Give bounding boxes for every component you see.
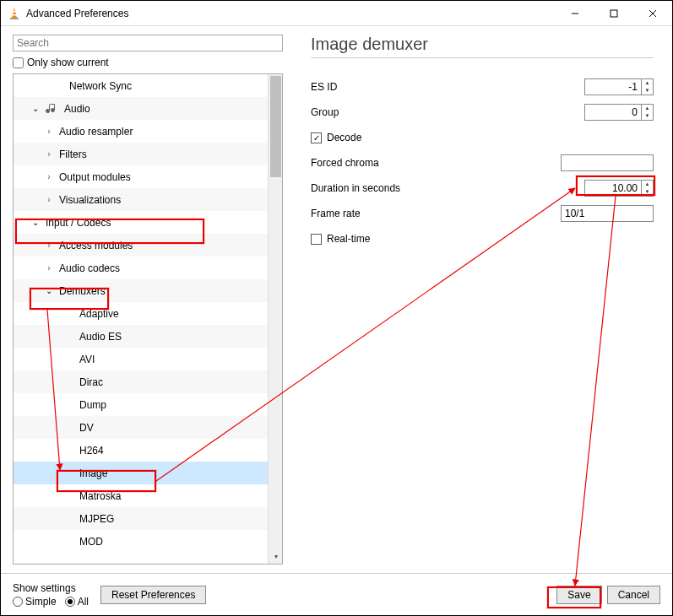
tree-item-label: Access modules <box>59 240 133 251</box>
tree-item-label: H264 <box>79 445 104 457</box>
tree-item-label: Dump <box>79 399 106 411</box>
tree-item-label: MOD <box>79 536 103 548</box>
svg-marker-0 <box>12 8 17 18</box>
tree-scrollbar[interactable]: ▴ ▾ <box>268 74 282 564</box>
es-id-value[interactable] <box>585 79 641 95</box>
search-input[interactable] <box>13 35 283 51</box>
settings-detail-panel: Image demuxer ES ID ▲▼ Group ▲▼ ✓ Decode… <box>292 26 672 573</box>
tree-item-access-modules[interactable]: ›Access modules <box>14 234 282 257</box>
only-show-current-label: Only show current <box>27 57 109 68</box>
only-show-current-box[interactable] <box>13 57 24 68</box>
section-title: Image demuxer <box>311 35 654 54</box>
realtime-checkbox[interactable]: Real-time <box>311 233 370 245</box>
scroll-down-icon[interactable]: ▾ <box>269 549 283 564</box>
field-decode: ✓ Decode <box>311 129 654 146</box>
realtime-label: Real-time <box>327 233 370 245</box>
realtime-check-icon <box>311 234 322 245</box>
es-id-input[interactable]: ▲▼ <box>584 78 654 95</box>
section-divider <box>311 57 654 58</box>
chevron-right-icon: › <box>44 149 54 159</box>
es-id-spinner[interactable]: ▲▼ <box>641 79 653 95</box>
tree-item-label: Matroska <box>79 490 121 502</box>
group-value[interactable] <box>585 105 641 120</box>
tree-item-avi[interactable]: AVI <box>14 348 282 370</box>
maximize-button[interactable] <box>594 1 633 26</box>
tree-item-label: Visualizations <box>59 194 121 206</box>
tree-item-filters[interactable]: ›Filters <box>14 143 282 165</box>
cancel-button[interactable]: Cancel <box>607 586 660 604</box>
svg-rect-3 <box>12 14 16 16</box>
tree-item-label: Audio codecs <box>59 262 120 274</box>
tree-item-mjpeg[interactable]: MJPEG <box>14 507 282 530</box>
close-button[interactable] <box>633 1 672 26</box>
tree-item-label: Audio ES <box>79 331 122 343</box>
tree-item-demuxers[interactable]: ⌄Demuxers <box>14 279 282 302</box>
tree-item-audio[interactable]: ⌄Audio <box>14 97 282 120</box>
chevron-right-icon: › <box>44 195 54 204</box>
decode-label: Decode <box>327 132 361 143</box>
tree-item-label: Demuxers <box>59 285 106 297</box>
radio-all[interactable]: All <box>65 596 89 608</box>
es-id-label: ES ID <box>311 81 480 93</box>
group-label: Group <box>311 106 480 118</box>
tree-item-dump[interactable]: Dump <box>14 393 282 416</box>
tree-item-network-sync[interactable]: Network Sync <box>14 74 282 97</box>
field-realtime: Real-time <box>311 230 654 247</box>
tree-item-audio-resampler[interactable]: ›Audio resampler <box>14 120 282 143</box>
chevron-right-icon: › <box>44 127 54 136</box>
field-es-id: ES ID ▲▼ <box>311 78 654 95</box>
tree-item-h264[interactable]: H264 <box>14 439 282 462</box>
chevron-right-icon: › <box>44 240 54 250</box>
tree-item-input-codecs[interactable]: ⌄Input / Codecs <box>14 211 282 234</box>
tree-item-output-modules[interactable]: ›Output modules <box>14 165 282 188</box>
duration-spinner[interactable]: ▲▼ <box>641 181 653 196</box>
left-panel: Only show current Network Sync⌄Audio›Aud… <box>1 26 292 573</box>
svg-rect-5 <box>611 10 617 17</box>
tree-item-label: Dirac <box>79 376 103 388</box>
duration-input[interactable]: ▲▼ <box>584 180 654 197</box>
duration-value[interactable] <box>585 181 641 196</box>
frame-rate-input[interactable] <box>561 205 654 222</box>
chevron-down-icon: ⌄ <box>44 286 54 295</box>
show-settings-label: Show settings <box>13 582 89 594</box>
tree-item-label: Audio <box>64 103 90 115</box>
field-duration: Duration in seconds ▲▼ <box>311 180 654 197</box>
tree-item-audio-codecs[interactable]: ›Audio codecs <box>14 257 282 279</box>
tree-item-label: AVI <box>79 354 95 365</box>
tree-item-mod[interactable]: MOD <box>14 530 282 553</box>
tree-item-label: Image <box>79 467 107 479</box>
group-spinner[interactable]: ▲▼ <box>641 105 653 120</box>
chevron-down-icon: ⌄ <box>30 104 41 113</box>
minimize-button[interactable] <box>556 1 594 26</box>
tree-item-matroska[interactable]: Matroska <box>14 484 282 507</box>
tree-item-label: Network Sync <box>69 80 132 92</box>
forced-chroma-label: Forced chroma <box>311 157 480 169</box>
forced-chroma-input[interactable] <box>561 154 654 171</box>
field-group: Group ▲▼ <box>311 104 654 121</box>
show-settings-group: Show settings Simple All <box>13 582 89 608</box>
chevron-right-icon: › <box>44 172 54 181</box>
reset-preferences-button[interactable]: Reset Preferences <box>100 586 206 604</box>
tree-item-label: Audio resampler <box>59 126 133 138</box>
tree-item-audio-es[interactable]: Audio ES <box>14 325 282 348</box>
tree-item-visualizations[interactable]: ›Visualizations <box>14 188 282 211</box>
vlc-cone-icon <box>8 7 21 20</box>
tree-item-label: Filters <box>59 149 87 160</box>
group-input[interactable]: ▲▼ <box>584 104 654 121</box>
tree-item-label: Input / Codecs <box>46 217 111 229</box>
duration-label: Duration in seconds <box>311 182 480 194</box>
tree-item-adaptive[interactable]: Adaptive <box>14 302 282 325</box>
tree-item-dirac[interactable]: Dirac <box>14 370 282 393</box>
footer: Show settings Simple All Reset Preferenc… <box>1 573 672 615</box>
tree-item-label: Output modules <box>59 171 131 183</box>
tree-item-label: DV <box>79 422 94 434</box>
tree-item-image[interactable]: Image <box>14 462 282 484</box>
decode-checkbox[interactable]: ✓ Decode <box>311 132 361 143</box>
settings-tree: Network Sync⌄Audio›Audio resampler›Filte… <box>13 73 283 565</box>
only-show-current-checkbox[interactable]: Only show current <box>13 57 292 68</box>
tree-item-dv[interactable]: DV <box>14 416 282 439</box>
save-button[interactable]: Save <box>556 586 601 604</box>
field-frame-rate: Frame rate <box>311 205 654 222</box>
radio-simple[interactable]: Simple <box>13 596 57 608</box>
scroll-thumb[interactable] <box>270 76 281 177</box>
